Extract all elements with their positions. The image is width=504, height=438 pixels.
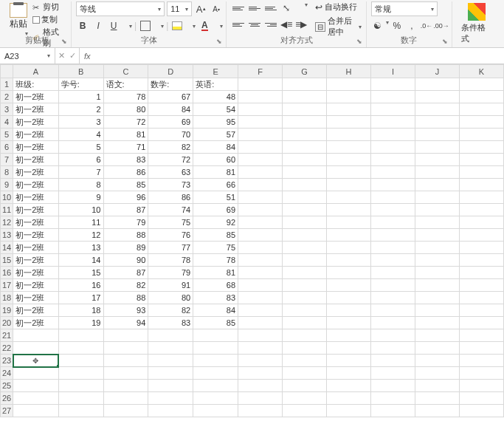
cell-D22[interactable] [148, 342, 193, 355]
cell-F10[interactable] [238, 191, 283, 204]
cell-B15[interactable]: 14 [58, 254, 103, 267]
cell-C23[interactable] [103, 355, 148, 367]
cell-J13[interactable] [415, 229, 459, 242]
cell-B10[interactable]: 9 [58, 191, 103, 204]
cell-A25[interactable] [13, 380, 58, 392]
cell-D19[interactable]: 82 [148, 304, 193, 317]
cell-B21[interactable] [58, 329, 103, 342]
cell-A11[interactable]: 初一2班 [13, 204, 58, 216]
cell-A27[interactable] [13, 405, 58, 417]
row-header-1[interactable]: 1 [1, 78, 13, 91]
cell-J3[interactable] [415, 103, 459, 116]
cell-E12[interactable]: 92 [193, 216, 238, 229]
cell-A21[interactable] [13, 329, 58, 342]
cell-G16[interactable] [283, 267, 327, 279]
decrease-font-button[interactable]: A▾ [210, 2, 223, 16]
cell-G7[interactable] [283, 154, 327, 166]
cell-E6[interactable]: 84 [193, 141, 238, 154]
cell-F12[interactable] [238, 216, 283, 229]
bold-button[interactable]: B [76, 19, 89, 32]
cell-K15[interactable] [459, 254, 503, 267]
cell-K17[interactable] [459, 279, 503, 292]
cell-I24[interactable] [371, 367, 415, 380]
cell-A18[interactable]: 初一2班 [13, 292, 58, 304]
align-right-button[interactable] [263, 18, 278, 31]
cell-F17[interactable] [238, 279, 283, 292]
cell-F6[interactable] [238, 141, 283, 154]
cell-D12[interactable]: 75 [148, 216, 193, 229]
cell-D9[interactable]: 73 [148, 179, 193, 191]
cell-J2[interactable] [415, 91, 459, 103]
column-header-I[interactable]: I [371, 65, 415, 78]
cell-F7[interactable] [238, 154, 283, 166]
cell-A17[interactable]: 初一2班 [13, 279, 58, 292]
cell-K8[interactable] [459, 166, 503, 179]
cell-K3[interactable] [459, 103, 503, 116]
cell-E13[interactable]: 85 [193, 229, 238, 242]
align-center-button[interactable] [247, 18, 262, 31]
cell-H26[interactable] [327, 392, 371, 405]
cell-D4[interactable]: 69 [148, 116, 193, 129]
cell-C18[interactable]: 88 [103, 292, 148, 304]
cell-K10[interactable] [459, 191, 503, 204]
cell-F4[interactable] [238, 116, 283, 129]
cell-H5[interactable] [327, 129, 371, 141]
cell-H9[interactable] [327, 179, 371, 191]
cell-F2[interactable] [238, 91, 283, 103]
cell-J23[interactable] [415, 355, 459, 367]
cell-E5[interactable]: 57 [193, 129, 238, 141]
cell-A12[interactable]: 初一2班 [13, 216, 58, 229]
cell-K26[interactable] [459, 392, 503, 405]
cell-F9[interactable] [238, 179, 283, 191]
cell-K6[interactable] [459, 141, 503, 154]
cell-H25[interactable] [327, 380, 371, 392]
cell-C22[interactable] [103, 342, 148, 355]
cell-B13[interactable]: 12 [58, 229, 103, 242]
chevron-down-icon[interactable]: ▾ [161, 23, 164, 30]
decrease-indent-button[interactable]: ◀≡ [280, 18, 293, 31]
cell-I3[interactable] [371, 103, 415, 116]
font-dialog-launcher[interactable]: ⬊ [216, 38, 224, 45]
cell-B8[interactable]: 7 [58, 166, 103, 179]
cell-K18[interactable] [459, 292, 503, 304]
cell-H19[interactable] [327, 304, 371, 317]
cell-F14[interactable] [238, 242, 283, 254]
cell-G11[interactable] [283, 204, 327, 216]
cell-F21[interactable] [238, 329, 283, 342]
cell-K7[interactable] [459, 154, 503, 166]
cell-F22[interactable] [238, 342, 283, 355]
cell-K22[interactable] [459, 342, 503, 355]
row-header-20[interactable]: 20 [1, 317, 13, 329]
font-name-select[interactable]: 等线 ▾ [76, 1, 165, 16]
cell-G26[interactable] [283, 392, 327, 405]
cell-F19[interactable] [238, 304, 283, 317]
cell-I15[interactable] [371, 254, 415, 267]
cell-J10[interactable] [415, 191, 459, 204]
cell-B9[interactable]: 8 [58, 179, 103, 191]
cell-I25[interactable] [371, 380, 415, 392]
cell-G21[interactable] [283, 329, 327, 342]
cell-H4[interactable] [327, 116, 371, 129]
cell-I5[interactable] [371, 129, 415, 141]
cell-A6[interactable]: 初一2班 [13, 141, 58, 154]
align-top-button[interactable] [231, 1, 246, 15]
column-header-E[interactable]: E [193, 65, 238, 78]
cell-K12[interactable] [459, 216, 503, 229]
select-all-corner[interactable] [1, 65, 13, 78]
cell-H7[interactable] [327, 154, 371, 166]
cell-H12[interactable] [327, 216, 371, 229]
column-header-D[interactable]: D [148, 65, 193, 78]
cell-H27[interactable] [327, 405, 371, 417]
cell-E7[interactable]: 60 [193, 154, 238, 166]
cell-K5[interactable] [459, 129, 503, 141]
cell-H17[interactable] [327, 279, 371, 292]
cell-J16[interactable] [415, 267, 459, 279]
cell-A2[interactable]: 初一2班 [13, 91, 58, 103]
cell-F13[interactable] [238, 229, 283, 242]
cell-F1[interactable] [238, 78, 283, 91]
cell-F5[interactable] [238, 129, 283, 141]
cell-I18[interactable] [371, 292, 415, 304]
cell-C16[interactable]: 87 [103, 267, 148, 279]
cell-G23[interactable] [283, 355, 327, 367]
cell-I13[interactable] [371, 229, 415, 242]
